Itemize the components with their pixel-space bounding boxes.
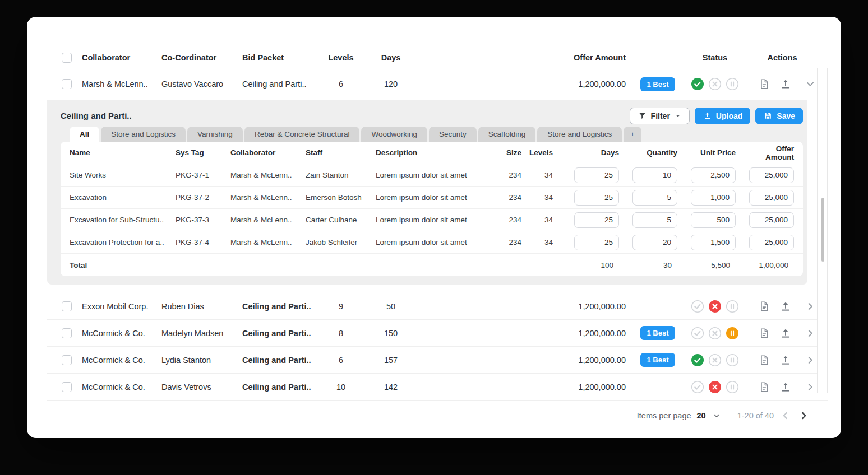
tab-rebar-concrete-structural[interactable]: Rebar & Concrete Structural [244, 127, 360, 142]
pause-status-icon[interactable] [726, 353, 739, 367]
item-description: Lorem ipsum dolor sit amet [376, 171, 488, 179]
unit-price-input[interactable] [691, 167, 736, 183]
offer-amount-input[interactable] [749, 167, 794, 183]
collaborator-cell: McCormick & Co. [82, 329, 161, 338]
days-input[interactable] [574, 190, 619, 206]
collaborator-cell: Marsh & McLenn.. [82, 80, 161, 89]
upload-icon[interactable] [779, 354, 792, 366]
items-per-page-dropdown[interactable] [712, 411, 722, 421]
col-levels: Levels [521, 148, 553, 157]
previous-page-button[interactable] [779, 409, 792, 422]
item-staff: Carter Culhane [306, 216, 376, 224]
document-icon[interactable] [758, 327, 770, 339]
offer-amount-input[interactable] [749, 235, 794, 250]
approve-status-icon[interactable] [691, 300, 704, 313]
bid-row[interactable]: McCormick & Co. Lydia Stanton Ceiling an… [47, 347, 828, 374]
document-icon[interactable] [758, 300, 770, 313]
reject-status-icon[interactable] [708, 77, 722, 91]
chevron-right-icon[interactable] [804, 354, 816, 366]
packet-tabs: All Store and Logistics Varnishing Rebar… [70, 127, 803, 142]
offer-amount-input[interactable] [749, 190, 794, 206]
days-input[interactable] [574, 235, 619, 250]
chevron-right-icon[interactable] [804, 327, 816, 339]
days-cell: 142 [354, 383, 428, 392]
add-tab-button[interactable]: + [624, 127, 641, 142]
tab-all[interactable]: All [70, 127, 99, 142]
tab-woodworking[interactable]: Woodworking [361, 127, 427, 142]
upload-icon[interactable] [779, 78, 792, 90]
row-checkbox[interactable] [62, 301, 72, 311]
filter-button[interactable]: Filter [630, 108, 690, 124]
reject-status-icon[interactable] [708, 300, 722, 313]
pause-status-icon[interactable] [726, 380, 739, 394]
days-input[interactable] [574, 212, 619, 228]
bid-packet-cell: Ceiling and Parti.. [242, 302, 328, 311]
item-levels: 34 [521, 171, 553, 179]
collaborator-cell: McCormick & Co. [82, 356, 161, 365]
offer-amount-input[interactable] [749, 212, 794, 228]
offer-amount-cell: 1,200,000.00 [536, 329, 626, 338]
upload-icon[interactable] [779, 381, 792, 393]
select-all-checkbox[interactable] [62, 53, 72, 63]
reject-status-icon[interactable] [708, 353, 722, 367]
upload-icon[interactable] [779, 327, 792, 339]
quantity-input[interactable] [632, 167, 677, 183]
chevron-down-icon[interactable] [804, 78, 816, 90]
approve-status-icon[interactable] [691, 353, 704, 367]
items-per-page-value: 20 [697, 411, 706, 420]
tab-varnishing[interactable]: Varnishing [187, 127, 243, 142]
bid-row[interactable]: Marsh & McLenn.. Gustavo Vaccaro Ceiling… [47, 68, 828, 100]
document-icon[interactable] [758, 78, 770, 90]
row-checkbox[interactable] [62, 328, 72, 338]
filter-icon [638, 111, 647, 120]
col-staff: Staff [306, 148, 376, 157]
page-range: 1-20 of 40 [737, 411, 774, 420]
total-days: 100 [574, 261, 619, 269]
scrollbar-thumb[interactable] [821, 198, 824, 262]
tab-security[interactable]: Security [429, 127, 477, 142]
quantity-input[interactable] [632, 212, 677, 228]
upload-button[interactable]: Upload [695, 108, 750, 124]
levels-cell: 8 [328, 329, 354, 338]
approve-status-icon[interactable] [691, 327, 704, 340]
packet-item-row: Excavation Protection for a.. PKG-37-4 M… [61, 231, 803, 254]
tab-store-and-logistics[interactable]: Store and Logistics [101, 127, 186, 142]
col-coordinator: Co-Cordinator [161, 53, 242, 62]
bid-row[interactable]: Exxon Mobil Corp. Ruben Dias Ceiling and… [47, 293, 828, 320]
document-icon[interactable] [758, 354, 770, 366]
pause-status-icon[interactable] [726, 77, 739, 91]
vertical-scrollbar[interactable] [817, 68, 828, 393]
chevron-right-icon[interactable] [804, 300, 816, 313]
item-size: 234 [488, 216, 521, 224]
total-offer-amount: 1,00,000 [749, 261, 794, 269]
approve-status-icon[interactable] [691, 77, 704, 91]
bid-row[interactable]: McCormick & Co. Madelyn Madsen Ceiling a… [47, 320, 828, 347]
pause-status-icon[interactable] [726, 300, 739, 313]
item-collaborator: Marsh & McLenn.. [230, 171, 306, 179]
unit-price-input[interactable] [691, 212, 736, 228]
days-input[interactable] [574, 167, 619, 183]
approve-status-icon[interactable] [691, 380, 704, 394]
document-icon[interactable] [758, 381, 770, 393]
row-checkbox[interactable] [62, 382, 72, 392]
upload-icon[interactable] [779, 300, 792, 313]
chevron-right-icon[interactable] [804, 381, 816, 393]
tab-store-and-logistics-2[interactable]: Store and Logistics [537, 127, 622, 142]
tab-scaffolding[interactable]: Scaffolding [478, 127, 536, 142]
pause-status-icon[interactable] [726, 327, 739, 340]
row-checkbox[interactable] [62, 355, 72, 365]
save-button[interactable]: Save [755, 108, 803, 124]
quantity-input[interactable] [632, 235, 677, 250]
unit-price-input[interactable] [691, 235, 736, 250]
row-checkbox[interactable] [62, 79, 72, 89]
best-badge: 1 Best [640, 326, 675, 340]
upload-icon [703, 111, 712, 120]
unit-price-input[interactable] [691, 190, 736, 206]
next-page-button[interactable] [797, 409, 810, 422]
quantity-input[interactable] [632, 190, 677, 206]
best-badge: 1 Best [640, 353, 675, 367]
item-description: Lorem ipsum dolor sit amet [376, 193, 488, 202]
reject-status-icon[interactable] [708, 380, 722, 394]
total-quantity: 30 [632, 261, 677, 269]
reject-status-icon[interactable] [708, 327, 722, 340]
